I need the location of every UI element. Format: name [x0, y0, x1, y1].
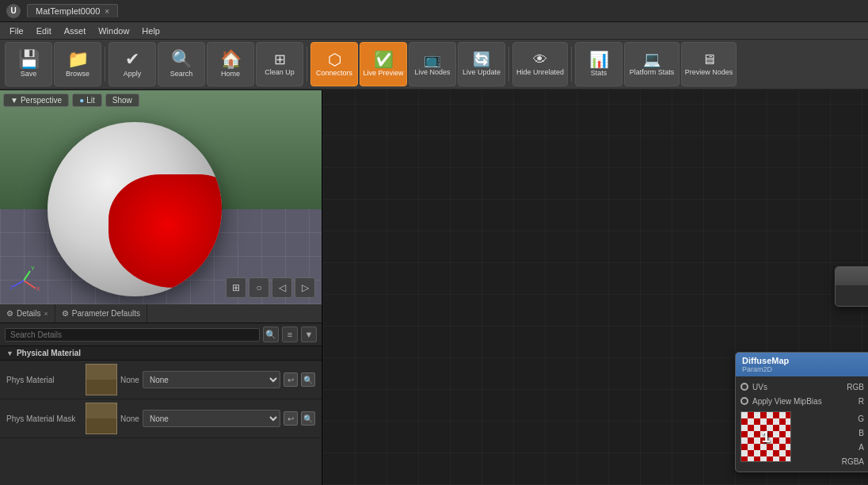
phys-material-arrow-btn[interactable]: ↩ — [284, 372, 298, 387]
viewport-ctrl-2[interactable]: ○ — [249, 277, 269, 298]
toolbar-sep-1 — [105, 47, 105, 82]
livepreview-icon: ✅ — [374, 52, 394, 67]
title-bar: U MatTemplet0000 × — [0, 0, 868, 22]
node-diffusemap-body: UVs RGB Apply View MipBias R 1 — [736, 376, 868, 472]
port-dot-uvs — [740, 383, 748, 391]
platformstats-label: Platform Stats — [630, 68, 675, 77]
tab-details[interactable]: ⚙ Details × — [0, 304, 55, 323]
details-list-button[interactable]: ≡ — [282, 327, 298, 342]
apply-icon: ✔ — [125, 51, 139, 68]
port-label-uvs: UVs — [752, 383, 767, 391]
livepreview-button[interactable]: ✅ Live Preview — [360, 42, 407, 86]
tab-close[interactable]: × — [105, 7, 109, 16]
search-button[interactable]: 🔍 Search — [158, 42, 205, 86]
lit-button[interactable]: ● Lit — [72, 94, 102, 107]
cleanup-button[interactable]: ⊞ Clean Up — [256, 42, 303, 86]
port-const2-out — [836, 288, 868, 303]
stats-button[interactable]: 📊 Stats — [575, 42, 622, 86]
platformstats-icon: 💻 — [643, 52, 661, 67]
viewport-ctrl-3[interactable]: ◁ — [272, 277, 292, 298]
svg-line-1 — [24, 271, 30, 281]
menu-asset[interactable]: Asset — [58, 25, 93, 37]
svg-text:Y: Y — [31, 265, 35, 271]
svg-line-0 — [24, 281, 36, 288]
platformstats-button[interactable]: 💻 Platform Stats — [624, 42, 680, 86]
previewnodes-button[interactable]: 🖥 Preview Nodes — [681, 42, 737, 86]
phys-material-value: None None ↩ 🔍 — [86, 364, 315, 395]
browse-button[interactable]: 📁 Browse — [54, 42, 101, 86]
node-const2[interactable]: 2 ▼ — [835, 266, 868, 307]
node-diffusemap[interactable]: DiffuseMap Param2D ▼ UVs RGB Apply View … — [735, 352, 868, 472]
viewport-ctrl-4[interactable]: ▷ — [295, 277, 315, 298]
port-label-r: R — [858, 397, 864, 406]
hideunrelated-icon: 👁 — [533, 52, 547, 67]
liveupdate-button[interactable]: 🔄 Live Update — [458, 42, 505, 86]
param-defaults-label: Parameter Defaults — [72, 309, 140, 318]
search-icon: 🔍 — [171, 51, 192, 68]
checker-overlay: 1 — [741, 412, 790, 461]
details-tabs: ⚙ Details × ⚙ Parameter Defaults — [0, 304, 322, 323]
home-icon: 🏠 — [220, 51, 242, 68]
menu-edit[interactable]: Edit — [30, 25, 58, 37]
browse-label: Browse — [66, 70, 89, 78]
connectors-button[interactable]: ⬡ Connectors — [310, 42, 358, 86]
perspective-label: Perspective — [21, 96, 62, 105]
liveupdate-label: Live Update — [463, 68, 501, 77]
perspective-button[interactable]: ▼ Perspective — [3, 94, 69, 107]
viewport-ctrl-1[interactable]: ⊞ — [226, 277, 246, 298]
save-button[interactable]: 💾 Save — [5, 42, 52, 86]
browse-icon: 📁 — [67, 51, 89, 68]
connectors-icon: ⬡ — [328, 52, 341, 67]
param-defaults-icon: ⚙ — [62, 309, 69, 318]
home-label: Home — [221, 70, 240, 78]
phys-material-find-btn[interactable]: 🔍 — [301, 372, 315, 387]
viewport[interactable]: ▼ Perspective ● Lit Show X Y Z — [0, 90, 322, 304]
liveupdate-icon: 🔄 — [473, 52, 490, 67]
phys-material-mask-select[interactable]: None — [143, 410, 280, 427]
menu-window[interactable]: Window — [92, 25, 135, 37]
connectors-label: Connectors — [316, 69, 352, 78]
details-settings-button[interactable]: ▼ — [301, 327, 317, 342]
save-label: Save — [21, 70, 37, 78]
save-icon: 💾 — [18, 51, 40, 68]
viewport-axes: X Y Z — [8, 265, 40, 296]
menu-help[interactable]: Help — [135, 25, 166, 37]
show-button[interactable]: Show — [105, 94, 139, 107]
port-label-rgba: RGBA — [842, 457, 864, 466]
viewport-background — [0, 90, 322, 304]
tab-param-defaults[interactable]: ⚙ Parameter Defaults — [55, 304, 147, 323]
physical-material-section[interactable]: ▼ Physical Material — [0, 346, 322, 361]
apply-label: Apply — [124, 70, 142, 78]
details-content: ▼ Physical Material Phys Material None N… — [0, 346, 322, 485]
phys-material-mask-arrow-btn[interactable]: ↩ — [284, 411, 298, 426]
viewport-overlay: ▼ Perspective ● Lit Show — [3, 94, 139, 107]
search-execute-button[interactable]: 🔍 — [263, 327, 279, 342]
phys-material-mask-row: Phys Material Mask None None ↩ 🔍 — [0, 399, 322, 438]
apply-button[interactable]: ✔ Apply — [108, 42, 156, 86]
node-const2-body — [836, 285, 868, 306]
port-g-row: G — [796, 411, 868, 426]
toolbar-sep-3 — [508, 47, 509, 82]
search-input[interactable] — [5, 328, 260, 342]
phys-material-mask-label: Phys Material Mask — [6, 414, 86, 423]
home-button[interactable]: 🏠 Home — [207, 42, 254, 86]
phys-material-select[interactable]: None — [143, 371, 280, 388]
port-label-a: A — [858, 443, 864, 452]
toolbar: 💾 Save 📁 Browse ✔ Apply 🔍 Search 🏠 Home … — [0, 40, 868, 90]
details-tab-icon: ⚙ — [6, 309, 13, 318]
lit-icon: ● — [79, 96, 84, 105]
phys-material-thumb — [86, 364, 117, 395]
port-a-row: A — [796, 440, 868, 454]
menu-file[interactable]: File — [3, 25, 30, 37]
cleanup-icon: ⊞ — [274, 52, 286, 67]
menu-bar: File Edit Asset Window Help — [0, 22, 868, 40]
hideunrelated-button[interactable]: 👁 Hide Unrelated — [512, 42, 568, 86]
details-tab-close[interactable]: × — [44, 310, 48, 318]
section-label: Physical Material — [17, 349, 81, 357]
phys-material-mask-find-btn[interactable]: 🔍 — [301, 411, 315, 426]
editor-tab[interactable]: MatTemplet0000 × — [27, 4, 118, 17]
port-label-g: G — [858, 414, 864, 423]
node-editor[interactable]: DiffuseMap Param2D ▼ UVs RGB Apply View … — [323, 90, 868, 485]
livenodes-button[interactable]: 📺 Live Nodes — [409, 42, 456, 86]
phys-material-mask-thumb — [86, 403, 117, 434]
